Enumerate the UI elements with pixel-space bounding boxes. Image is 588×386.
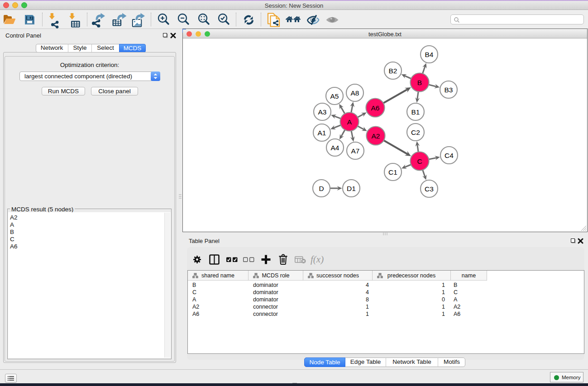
svg-text:C4: C4 <box>445 152 454 159</box>
svg-text:B: B <box>417 79 422 86</box>
svg-text:C: C <box>417 157 422 165</box>
svg-text:A3: A3 <box>318 108 327 116</box>
svg-text:B4: B4 <box>425 51 434 58</box>
svg-text:C1: C1 <box>388 168 397 176</box>
svg-text:C3: C3 <box>425 185 434 193</box>
svg-text:A5: A5 <box>330 92 339 100</box>
svg-text:B3: B3 <box>445 86 453 94</box>
svg-text:A6: A6 <box>371 104 380 112</box>
svg-text:A: A <box>347 118 352 126</box>
svg-text:A2: A2 <box>372 132 380 140</box>
svg-text:A8: A8 <box>351 89 359 97</box>
svg-text:A1: A1 <box>318 129 326 137</box>
svg-text:B2: B2 <box>389 67 397 75</box>
svg-text:D1: D1 <box>347 185 356 192</box>
svg-text:C2: C2 <box>411 129 420 136</box>
svg-text:B1: B1 <box>411 108 420 116</box>
svg-text:A4: A4 <box>331 144 339 152</box>
svg-text:D: D <box>319 185 324 192</box>
svg-text:A7: A7 <box>351 147 360 155</box>
